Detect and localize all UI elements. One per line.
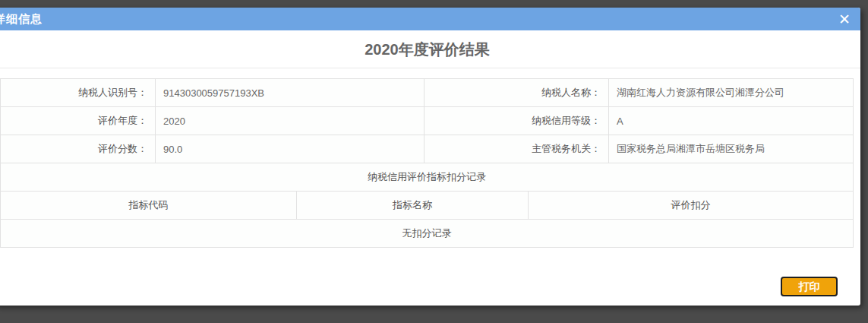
table-row: 纳税信用评价指标扣分记录 (1, 163, 854, 192)
eval-score-label: 评价分数： (1, 135, 156, 163)
eval-year-value: 2020 (156, 107, 425, 135)
table-row: 无扣分记录 (1, 220, 854, 248)
print-button[interactable]: 打印 (781, 277, 838, 296)
eval-year-label: 评价年度： (1, 107, 156, 135)
column-header-deduction-score: 评价扣分 (529, 192, 854, 220)
taxpayer-id-value: 9143030059757193XB (156, 79, 425, 107)
page-background: { "window": { "header": { "title": "详细信息… (0, 0, 868, 323)
tax-authority-label: 主管税务机关： (425, 135, 609, 163)
deduction-record-table: 纳税信用评价指标扣分记录 指标代码 指标名称 评价扣分 无扣分记录 (0, 163, 854, 248)
table-row: 评价分数： 90.0 主管税务机关： 国家税务总局湘潭市岳塘区税务局 (1, 135, 854, 163)
result-title: 2020年度评价结果 (0, 30, 860, 68)
taxpayer-name-label: 纳税人名称： (425, 79, 609, 107)
empty-records-message: 无扣分记录 (1, 220, 854, 248)
dialog-body: 2020年度评价结果 纳税人识别号： 9143030059757193XB 纳税… (0, 30, 860, 306)
taxpayer-id-label: 纳税人识别号： (1, 79, 156, 107)
column-header-indicator-name: 指标名称 (297, 192, 529, 220)
dialog-titlebar: 详细信息 ✕ (0, 8, 860, 30)
deduction-section-title: 纳税信用评价指标扣分记录 (1, 163, 854, 192)
detail-dialog: 详细信息 ✕ 2020年度评价结果 纳税人识别号： 91430300597571… (0, 8, 860, 306)
table-row: 指标代码 指标名称 评价扣分 (1, 192, 854, 220)
taxpayer-info-table: 纳税人识别号： 9143030059757193XB 纳税人名称： 湖南红海人力… (0, 78, 854, 163)
dialog-titlebar-text: 详细信息 (0, 12, 43, 27)
table-row: 纳税人识别号： 9143030059757193XB 纳税人名称： 湖南红海人力… (1, 79, 854, 107)
credit-grade-value: A (609, 107, 854, 135)
tax-authority-value: 国家税务总局湘潭市岳塘区税务局 (609, 135, 854, 163)
close-icon[interactable]: ✕ (838, 12, 851, 27)
eval-score-value: 90.0 (156, 135, 425, 163)
table-row: 评价年度： 2020 纳税信用等级： A (1, 107, 854, 135)
credit-grade-label: 纳税信用等级： (425, 107, 609, 135)
taxpayer-name-value: 湖南红海人力资源有限公司湘潭分公司 (609, 79, 854, 107)
column-header-indicator-code: 指标代码 (1, 192, 297, 220)
